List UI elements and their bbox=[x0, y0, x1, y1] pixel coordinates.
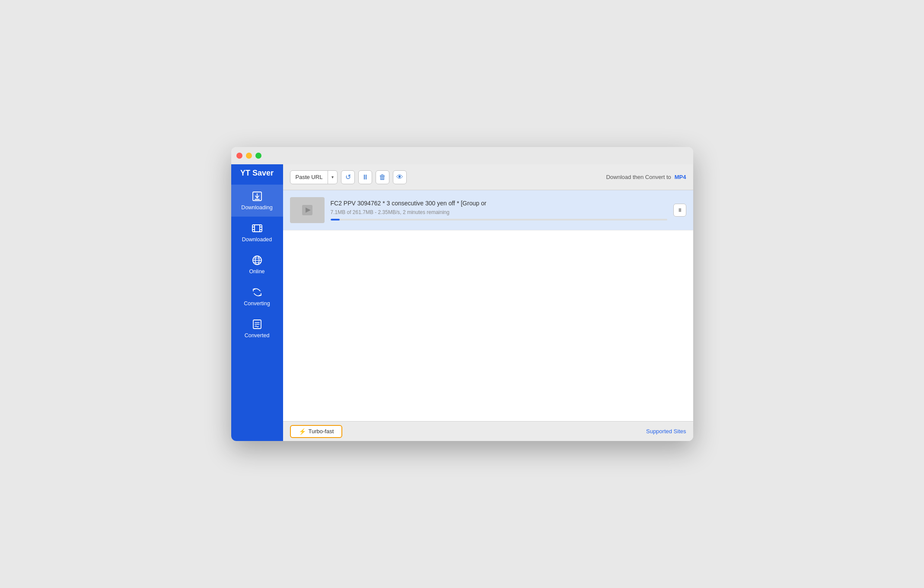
preview-button[interactable]: 👁 bbox=[393, 170, 407, 184]
sidebar-item-label-converted: Converted bbox=[245, 332, 270, 339]
progress-bar-background bbox=[331, 219, 667, 220]
supported-sites-link[interactable]: Supported Sites bbox=[646, 428, 686, 435]
table-row: FC2 PPV 3094762 * 3 consecutive 300 yen … bbox=[283, 190, 693, 230]
pause-all-button[interactable]: ⏸ bbox=[358, 170, 372, 184]
trash-icon: 🗑 bbox=[379, 173, 386, 181]
paste-url-button[interactable]: Paste URL ▾ bbox=[290, 170, 338, 184]
sidebar-item-online[interactable]: Online bbox=[231, 249, 283, 281]
download-info: FC2 PPV 3094762 * 3 consecutive 300 yen … bbox=[331, 200, 667, 220]
traffic-lights bbox=[236, 153, 261, 159]
main-layout: YT Saver Downloading bbox=[231, 164, 693, 441]
download-title: FC2 PPV 3094762 * 3 consecutive 300 yen … bbox=[331, 200, 667, 207]
delete-button[interactable]: 🗑 bbox=[376, 170, 389, 184]
eye-icon: 👁 bbox=[396, 173, 403, 181]
download-icon bbox=[252, 191, 263, 202]
convert-label: Download then Convert to bbox=[606, 174, 671, 180]
globe-icon bbox=[252, 255, 263, 266]
app-title: YT Saver bbox=[237, 169, 277, 178]
title-bar bbox=[231, 147, 693, 164]
sidebar-item-label-downloaded: Downloaded bbox=[242, 236, 272, 243]
progress-bar-fill bbox=[331, 219, 340, 220]
converted-icon bbox=[252, 319, 263, 330]
refresh-button[interactable]: ↺ bbox=[341, 170, 355, 184]
sidebar-item-downloading[interactable]: Downloading bbox=[231, 185, 283, 217]
sidebar: YT Saver Downloading bbox=[231, 164, 283, 441]
dropdown-arrow-icon[interactable]: ▾ bbox=[328, 171, 337, 184]
turbo-fast-button[interactable]: ⚡ Turbo-fast bbox=[290, 425, 343, 438]
sidebar-item-converting[interactable]: Converting bbox=[231, 281, 283, 313]
convert-icon bbox=[252, 287, 263, 298]
paste-url-label: Paste URL bbox=[290, 171, 328, 184]
convert-format[interactable]: MP4 bbox=[675, 174, 686, 180]
play-icon bbox=[301, 204, 313, 216]
download-stats: 7.1MB of 261.7MB - 2.35MB/s, 2 minutes r… bbox=[331, 209, 667, 215]
pause-item-icon: ⏸ bbox=[677, 207, 682, 213]
fullscreen-button[interactable] bbox=[255, 153, 261, 159]
sidebar-item-label-downloading: Downloading bbox=[241, 205, 272, 211]
sidebar-item-downloaded[interactable]: Downloaded bbox=[231, 217, 283, 249]
video-thumbnail bbox=[290, 197, 325, 223]
svg-rect-3 bbox=[252, 225, 262, 232]
item-pause-button[interactable]: ⏸ bbox=[673, 204, 686, 217]
minimize-button[interactable] bbox=[246, 153, 252, 159]
close-button[interactable] bbox=[236, 153, 242, 159]
turbo-label: Turbo-fast bbox=[309, 428, 334, 435]
sidebar-item-label-online: Online bbox=[249, 268, 264, 275]
sidebar-item-label-converting: Converting bbox=[244, 300, 270, 307]
refresh-icon: ↺ bbox=[345, 173, 351, 181]
content-area: Paste URL ▾ ↺ ⏸ 🗑 👁 Download then Conver… bbox=[283, 164, 693, 441]
download-list: FC2 PPV 3094762 * 3 consecutive 300 yen … bbox=[283, 190, 693, 421]
film-icon bbox=[252, 223, 263, 234]
toolbar: Paste URL ▾ ↺ ⏸ 🗑 👁 Download then Conver… bbox=[283, 164, 693, 190]
footer: ⚡ Turbo-fast Supported Sites bbox=[283, 421, 693, 441]
pause-icon: ⏸ bbox=[362, 173, 369, 181]
app-window: YT Saver Downloading bbox=[231, 147, 693, 441]
lightning-icon: ⚡ bbox=[299, 428, 306, 435]
sidebar-item-converted[interactable]: Converted bbox=[231, 313, 283, 345]
